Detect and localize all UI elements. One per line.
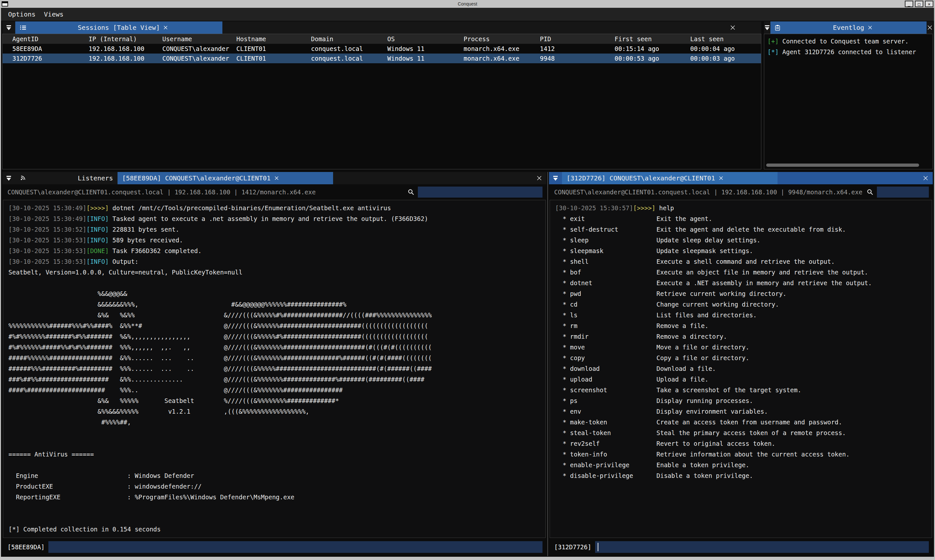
help-description: Update sleep delay settings. (656, 235, 932, 246)
help-description: Revert to original access token. (656, 438, 932, 449)
table-cell: 00:00:03 ago (690, 54, 761, 63)
table-cell: 00:00:53 ago (615, 54, 690, 63)
table-cell: CLIENT01 (236, 44, 311, 54)
log-timestamp: [30-10-2025 15:30:52] (8, 226, 86, 233)
sessions-panel: Sessions [Table View] AgentIDIP (Interna… (2, 22, 761, 169)
column-header[interactable]: First seen (615, 34, 690, 44)
log-line: [30-10-2025 15:30:53][DONE] Task F366D36… (8, 246, 545, 256)
table-cell: 192.168.168.100 (89, 54, 162, 63)
right-console-command-input[interactable] (595, 541, 929, 553)
table-cell: 1412 (540, 44, 615, 54)
help-entry: * uploadUpload a file. (555, 374, 932, 385)
tab-session-58EE89DA[interactable]: [58EE89DA] CONQUEST\alexander@CLIENT01 (117, 172, 333, 184)
right-console-close-icon[interactable] (918, 172, 933, 184)
help-entry: * exitExit the agent. (555, 214, 932, 224)
table-cell: CONQUEST\alexander (162, 54, 236, 63)
left-console-search-input[interactable] (418, 186, 542, 198)
output-line: #####%%%%%%################# &%%...... .… (8, 353, 545, 363)
help-entry: * copyCopy a file or directory. (555, 353, 932, 363)
help-description: Execute a .NET assembly in memory and re… (656, 278, 932, 288)
console-splitter[interactable] (546, 172, 549, 556)
log-line: [30-10-2025 15:30:53][INFO] 589 bytes re… (8, 235, 545, 246)
help-entry: * lsList files and directories. (555, 310, 932, 320)
right-console-inputrow: [312D7726] (549, 538, 933, 556)
column-header[interactable]: Domain (311, 34, 387, 44)
tab-eventlog[interactable]: Eventlog (770, 22, 927, 34)
help-description: Disable a token privilege. (656, 471, 932, 481)
output-line: Seatbelt, Version=1.0.0.0, Culture=neutr… (8, 267, 545, 278)
help-entry: * rev2selfRevert to original access toke… (555, 438, 932, 449)
help-command: * pwd (555, 288, 656, 299)
search-icon (867, 189, 873, 195)
help-entry: * downloadDownload a file. (555, 363, 932, 374)
log-line: [30-10-2025 15:30:53][INFO] Output: (8, 256, 545, 267)
help-description: Create an access token from username and… (656, 417, 932, 428)
column-header[interactable]: Last seen (690, 34, 761, 44)
help-description: List files and directories. (656, 310, 932, 320)
help-entry: * screenshotTake a screenshot of the tar… (555, 385, 932, 395)
table-cell: 9948 (540, 54, 615, 63)
eventlog-panel-close-icon[interactable] (927, 22, 933, 34)
help-command: * move (555, 342, 656, 353)
text-cursor (598, 543, 598, 551)
help-entry: * bofExecute an object file in memory an… (555, 267, 932, 278)
table-cell: 58EE89DA (12, 44, 89, 54)
column-header[interactable]: AgentID (12, 34, 89, 44)
help-command: * ls (555, 310, 656, 320)
help-entry: * self-destructExit the agent and delete… (555, 224, 932, 235)
tab-listeners[interactable]: Listeners (15, 172, 117, 184)
help-description: Exit the agent and delete the executable… (656, 224, 932, 235)
help-description: Steal the primary access token of a remo… (656, 428, 932, 438)
tab-listeners-label: Listeners (78, 174, 113, 182)
column-header[interactable]: IP (Internal) (89, 34, 162, 44)
right-console-collapse-button[interactable] (549, 172, 562, 184)
column-header[interactable]: PID (540, 34, 615, 44)
column-header[interactable]: Username (162, 34, 236, 44)
help-description: Retrieve current working directory. (656, 288, 932, 299)
output-line: #%#%%%%%%#####%%#%#%%####### %%%,,,,,, ,… (8, 342, 545, 353)
output-line: %%%%%%%%%%%######%%%#%%####% &%%**# @///… (8, 320, 545, 331)
help-command: * rm (555, 320, 656, 331)
help-entry: * sleepmaskUpdate sleepmask settings. (555, 246, 932, 256)
table-row[interactable]: 312D7726192.168.168.100CONQUEST\alexande… (3, 54, 761, 63)
help-entry: * rmdirRemove a directory. (555, 331, 932, 342)
help-command: * enable-privilege (555, 460, 656, 471)
right-console-search-input[interactable] (877, 186, 929, 198)
eventlog-panel: Eventlog [+] Connected to Conquest team … (764, 22, 933, 169)
eventlog-hscrollbar-thumb[interactable] (766, 163, 919, 167)
eventlog-hscrollbar[interactable] (766, 163, 930, 168)
column-header[interactable]: Hostname (236, 34, 311, 44)
help-command: * copy (555, 353, 656, 363)
output-line: ReportingEXE : %ProgramFiles%\Windows De… (8, 492, 545, 503)
left-console-close-icon[interactable] (532, 172, 546, 184)
app-window: Options Views Sessions [Table Vie (1, 8, 934, 557)
log-tag: [>>>>] (633, 205, 655, 212)
tab-session-312D7726[interactable]: [312D7726] CONQUEST\alexander@CLIENT01 (562, 172, 778, 184)
sessions-panel-close-icon[interactable] (726, 22, 740, 34)
help-command: * ps (555, 395, 656, 406)
table-cell: 00:00:04 ago (690, 44, 761, 54)
table-row[interactable]: 58EE89DA192.168.168.100CONQUEST\alexande… (3, 44, 761, 54)
menu-item-views[interactable]: Views (44, 11, 63, 18)
tab-sessions-table-view[interactable]: Sessions [Table View] (15, 22, 222, 34)
output-line (8, 503, 545, 513)
column-header[interactable]: OS (387, 34, 464, 44)
output-line: ProductEXE : windowsdefender:// (8, 481, 545, 492)
log-tag: [INFO] (86, 237, 109, 244)
agent-context-line: CONQUEST\alexander@CLIENT01.conquest.loc… (554, 189, 863, 195)
collapse-icon (6, 25, 12, 31)
prompt-label: [312D7726] (554, 543, 591, 551)
eventlog-collapse-button[interactable] (764, 22, 770, 34)
menu-item-options[interactable]: Options (8, 11, 35, 18)
help-description: Exit the agent. (656, 214, 932, 224)
help-command: * shell (555, 256, 656, 267)
log-text: help (655, 205, 674, 212)
sessions-collapse-button[interactable] (2, 22, 15, 34)
column-header[interactable]: Process (464, 34, 540, 44)
right-console-tabbar: [312D7726] CONQUEST\alexander@CLIENT01 (549, 172, 933, 184)
log-line: [30-10-2025 15:30:49][>>>>] dotnet /mnt/… (8, 203, 545, 214)
output-line: ####%##################### %%%.. @////((… (8, 385, 545, 395)
left-console-command-input[interactable] (48, 541, 542, 553)
left-console-collapse-button[interactable] (2, 172, 15, 184)
help-entry: * moveMove a file or directory. (555, 342, 932, 353)
